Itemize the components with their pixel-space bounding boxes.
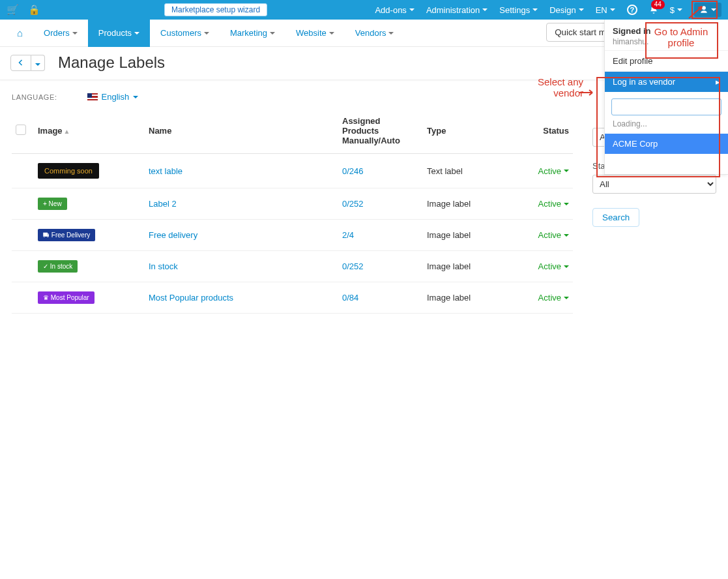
caret-icon — [532, 8, 538, 11]
label-type: Image label — [423, 251, 521, 282]
caret-icon — [564, 297, 569, 299]
nav-products[interactable]: Products — [88, 20, 150, 47]
caret-icon — [579, 8, 584, 11]
login-as-vendor-link[interactable]: Log in as vendor ▸ — [605, 71, 728, 92]
label-name-link[interactable]: In stock — [149, 261, 178, 271]
vendor-search-input[interactable] — [611, 98, 721, 115]
caret-icon — [482, 8, 488, 11]
nav-profile[interactable] — [694, 3, 721, 17]
label-name-link[interactable]: text lable — [149, 166, 182, 176]
signed-in-label: Signed in — [613, 26, 720, 36]
nav-currency[interactable]: $ — [670, 5, 682, 15]
loading-text: Loading... — [605, 119, 728, 134]
col-type[interactable]: Type — [423, 108, 521, 154]
label-assigned-link[interactable]: 2/4 — [342, 230, 354, 240]
status-dropdown[interactable]: Active — [538, 166, 569, 176]
caret-icon — [711, 8, 716, 11]
label-type: Image label — [423, 282, 521, 314]
vendor-option-acme[interactable]: ACME Corp — [605, 134, 728, 154]
caret-icon — [409, 8, 415, 11]
setup-wizard-button[interactable]: Marketplace setup wizard — [164, 3, 267, 16]
nav-design[interactable]: Design — [549, 5, 583, 15]
label-name-link[interactable]: Most Popular products — [149, 293, 233, 303]
col-name[interactable]: Name — [145, 108, 338, 154]
label-type: Image label — [423, 220, 521, 251]
label-assigned-link[interactable]: 0/252 — [342, 199, 364, 209]
label-assigned-link[interactable]: 0/252 — [342, 261, 364, 271]
label-type: Text label — [423, 154, 521, 188]
caret-icon — [564, 170, 569, 172]
table-row: Comming soontext lable0/246Text labelAct… — [12, 154, 573, 188]
notifications-icon[interactable]: 44 — [649, 5, 658, 14]
label-name-link[interactable]: Label 2 — [149, 199, 177, 209]
caret-icon — [564, 265, 569, 268]
table-row: ✓ In stockIn stock0/252Image labelActive — [12, 251, 573, 282]
page-title: Manage Labels — [58, 53, 165, 72]
nav-orders[interactable]: Orders — [33, 20, 88, 47]
help-icon[interactable]: ? — [627, 5, 637, 15]
user-email: himanshu. — [613, 37, 720, 46]
status-dropdown[interactable]: Active — [538, 261, 569, 271]
select-all-checkbox[interactable] — [16, 125, 26, 135]
status-dropdown[interactable]: Active — [538, 199, 569, 209]
edit-profile-link[interactable]: Edit profile — [605, 50, 728, 71]
label-image: + New — [38, 198, 67, 210]
nav-website[interactable]: Website — [285, 20, 345, 47]
label-image: ⛟ Free Delivery — [38, 229, 95, 241]
col-assigned[interactable]: Assigned Products Manually/Auto — [338, 108, 423, 154]
caret-icon — [564, 234, 569, 237]
caret-icon — [564, 203, 569, 205]
nav-addons[interactable]: Add-ons — [375, 5, 414, 15]
profile-dropdown: Signed in himanshu. Edit profile Log in … — [604, 20, 728, 175]
nav-vendors[interactable]: Vendors — [345, 20, 405, 47]
nav-language[interactable]: EN — [596, 5, 615, 15]
label-type: Image label — [423, 188, 521, 220]
lock-icon[interactable]: 🔒 — [28, 4, 40, 16]
flag-us-icon — [87, 93, 98, 100]
nav-settings[interactable]: Settings — [499, 5, 538, 15]
nav-customers[interactable]: Customers — [150, 20, 220, 47]
nav-marketing[interactable]: Marketing — [220, 20, 285, 47]
notification-badge: 44 — [651, 0, 665, 9]
status-dropdown[interactable]: Active — [538, 293, 569, 303]
nav-home[interactable]: ⌂ — [7, 20, 33, 47]
search-button[interactable]: Search — [592, 208, 639, 227]
status-dropdown[interactable]: Active — [538, 230, 569, 240]
label-name-link[interactable]: Free delivery — [149, 230, 197, 240]
back-dropdown[interactable] — [31, 55, 45, 71]
table-row: + NewLabel 20/252Image labelActive — [12, 188, 573, 220]
labels-table: Image▲ Name Assigned Products Manually/A… — [12, 108, 573, 314]
cart-icon[interactable]: 🛒 — [7, 4, 19, 16]
table-row: ⛟ Free DeliveryFree delivery2/4Image lab… — [12, 220, 573, 251]
col-image[interactable]: Image▲ — [34, 108, 145, 154]
top-bar: 🛒 🔒 Marketplace setup wizard Add-ons Adm… — [0, 0, 728, 20]
home-icon: ⌂ — [17, 27, 23, 38]
language-picker[interactable]: English — [87, 92, 139, 102]
back-button[interactable] — [10, 55, 31, 71]
language-label: LANGUAGE: — [12, 93, 57, 101]
label-image: ✓ In stock — [38, 260, 78, 273]
label-assigned-link[interactable]: 0/84 — [342, 293, 358, 303]
caret-icon — [610, 8, 615, 11]
label-image: Comming soon — [38, 163, 99, 179]
vendor-option-cscart[interactable]: CS-Cart — [605, 154, 728, 174]
label-image: ♛ Most Popular — [38, 291, 95, 304]
filter-status-select[interactable]: All — [592, 175, 716, 194]
table-row: ♛ Most PopularMost Popular products0/84I… — [12, 282, 573, 314]
labels-table-area: Image▲ Name Assigned Products Manually/A… — [12, 108, 573, 314]
col-status[interactable]: Status — [521, 108, 573, 154]
nav-administration[interactable]: Administration — [426, 5, 488, 15]
label-assigned-link[interactable]: 0/246 — [342, 166, 364, 176]
chevron-right-icon: ▸ — [716, 77, 720, 87]
sort-asc-icon: ▲ — [64, 128, 70, 135]
caret-icon — [677, 8, 682, 11]
